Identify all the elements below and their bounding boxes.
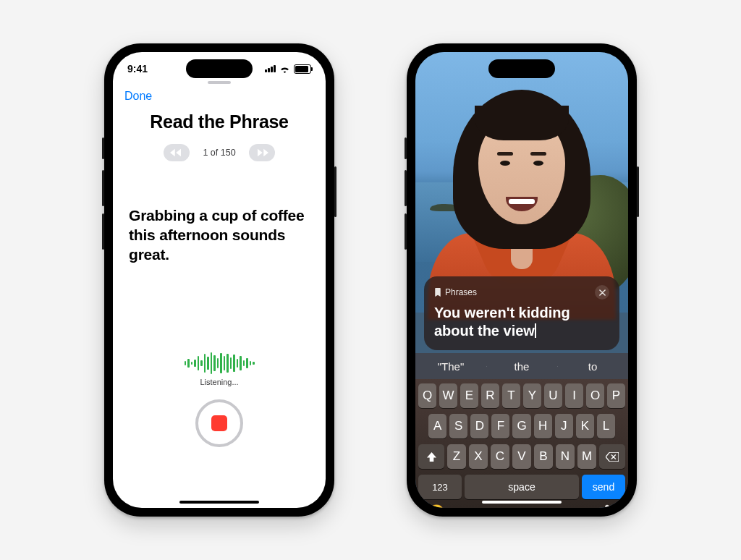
suggestion-3[interactable]: to bbox=[557, 360, 628, 373]
key-l[interactable]: L bbox=[597, 414, 615, 438]
live-speech-bubble: Phrases You weren't kidding about the vi… bbox=[424, 276, 619, 350]
power-button[interactable] bbox=[637, 166, 639, 217]
volume-down[interactable] bbox=[102, 213, 104, 250]
cellular-icon bbox=[265, 65, 276, 72]
key-y[interactable]: Y bbox=[523, 383, 541, 408]
phone-right: Phrases You weren't kidding about the vi… bbox=[407, 43, 637, 517]
key-q[interactable]: Q bbox=[418, 383, 436, 408]
key-b[interactable]: B bbox=[534, 444, 553, 469]
training-phrase: Grabbing a cup of coffee this afternoon … bbox=[113, 206, 326, 265]
key-f[interactable]: F bbox=[491, 414, 509, 438]
phrase-pager: 1 of 150 bbox=[113, 144, 326, 161]
key-t[interactable]: T bbox=[502, 383, 520, 408]
phrases-button[interactable]: Phrases bbox=[434, 287, 477, 297]
suggestion-1[interactable]: "The" bbox=[415, 360, 486, 373]
screen-right: Phrases You weren't kidding about the vi… bbox=[415, 52, 628, 508]
key-z[interactable]: Z bbox=[447, 444, 466, 469]
key-r[interactable]: R bbox=[481, 383, 499, 408]
wifi-icon bbox=[279, 65, 290, 73]
screen-left: 9:41 Done Read the Phrase bbox=[113, 52, 326, 508]
phone-left: 9:41 Done Read the Phrase bbox=[104, 43, 334, 517]
volume-down[interactable] bbox=[405, 213, 407, 250]
shift-key[interactable] bbox=[418, 444, 444, 469]
dictation-icon[interactable] bbox=[599, 504, 615, 508]
numbers-key[interactable]: 123 bbox=[418, 475, 462, 499]
key-k[interactable]: K bbox=[576, 414, 594, 438]
key-e[interactable]: E bbox=[460, 383, 478, 408]
key-w[interactable]: W bbox=[439, 383, 457, 408]
key-i[interactable]: I bbox=[565, 383, 583, 408]
next-button[interactable] bbox=[249, 144, 275, 161]
volume-up[interactable] bbox=[102, 170, 104, 206]
shift-icon bbox=[426, 451, 437, 462]
keyboard: Q W E R T Y U I O P A S D F G H bbox=[415, 379, 628, 508]
key-d[interactable]: D bbox=[470, 414, 488, 438]
done-button[interactable]: Done bbox=[124, 90, 152, 102]
volume-up[interactable] bbox=[405, 170, 407, 206]
battery-icon bbox=[294, 64, 311, 74]
emoji-button[interactable]: 😀 bbox=[428, 504, 444, 508]
dynamic-island bbox=[186, 59, 253, 78]
prev-button[interactable] bbox=[164, 144, 190, 161]
pager-count: 1 of 150 bbox=[203, 148, 235, 158]
waveform bbox=[113, 352, 326, 375]
rewind-icon bbox=[170, 148, 183, 157]
key-h[interactable]: H bbox=[534, 414, 552, 438]
key-x[interactable]: X bbox=[469, 444, 488, 469]
key-o[interactable]: O bbox=[586, 383, 604, 408]
facetime-video bbox=[415, 52, 628, 313]
speech-line-2: about the view bbox=[434, 323, 535, 339]
space-key[interactable]: space bbox=[465, 475, 579, 499]
send-key[interactable]: send bbox=[582, 475, 625, 499]
key-p[interactable]: P bbox=[607, 383, 625, 408]
listening-label: Listening... bbox=[113, 378, 326, 386]
key-s[interactable]: S bbox=[449, 414, 467, 438]
power-button[interactable] bbox=[334, 166, 336, 217]
record-stop-button[interactable] bbox=[195, 399, 243, 447]
key-v[interactable]: V bbox=[512, 444, 531, 469]
key-g[interactable]: G bbox=[512, 414, 530, 438]
speech-line-1: You weren't kidding bbox=[434, 305, 570, 321]
delete-key[interactable] bbox=[599, 444, 625, 469]
stop-icon bbox=[211, 415, 227, 431]
key-n[interactable]: N bbox=[556, 444, 575, 469]
key-j[interactable]: J bbox=[555, 414, 573, 438]
key-u[interactable]: U bbox=[544, 383, 562, 408]
speech-text[interactable]: You weren't kidding about the view bbox=[434, 304, 609, 340]
page-title: Read the Phrase bbox=[113, 111, 326, 132]
forward-icon bbox=[255, 148, 268, 157]
keyboard-suggestions: "The" the to bbox=[415, 353, 628, 379]
key-m[interactable]: M bbox=[577, 444, 596, 469]
suggestion-2[interactable]: the bbox=[486, 360, 557, 373]
phrases-label: Phrases bbox=[445, 287, 477, 297]
mute-switch[interactable] bbox=[405, 137, 407, 159]
status-time: 9:41 bbox=[127, 63, 148, 75]
close-button[interactable] bbox=[595, 285, 609, 300]
nav-bar: Done bbox=[113, 84, 326, 109]
bookmark-icon bbox=[434, 288, 441, 297]
close-icon bbox=[599, 289, 606, 296]
key-a[interactable]: A bbox=[428, 414, 446, 438]
home-indicator[interactable] bbox=[179, 501, 259, 504]
text-caret bbox=[535, 323, 536, 338]
dynamic-island bbox=[488, 59, 555, 78]
delete-icon bbox=[606, 452, 619, 462]
key-c[interactable]: C bbox=[491, 444, 509, 469]
home-indicator[interactable] bbox=[482, 501, 562, 504]
mute-switch[interactable] bbox=[102, 137, 104, 159]
